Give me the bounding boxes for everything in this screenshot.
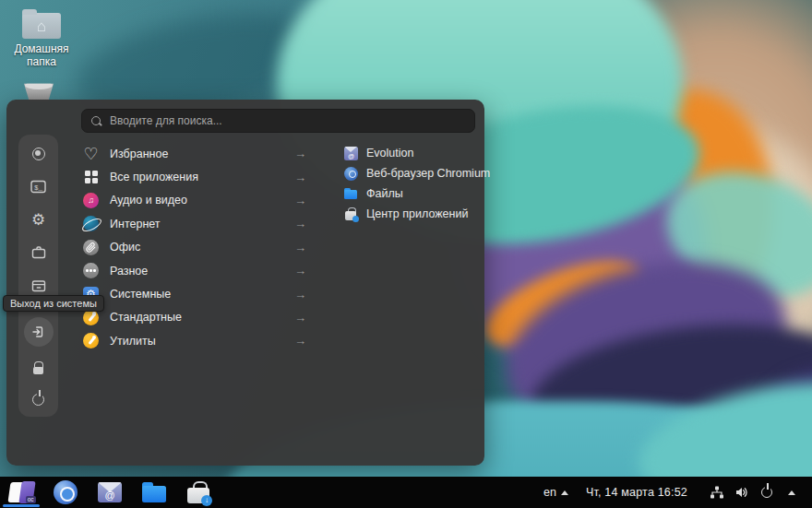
speaker-icon — [734, 485, 749, 500]
download-badge: ↓ — [201, 495, 212, 506]
power-icon — [761, 487, 772, 498]
app-files[interactable]: Файлы — [344, 183, 483, 204]
power-tray-item[interactable] — [758, 484, 775, 501]
category-system[interactable]: ⚙ Системные → — [83, 282, 306, 305]
search-icon — [90, 115, 102, 127]
category-label: Все приложения — [110, 171, 283, 183]
chevron-right-icon: → — [294, 217, 306, 230]
category-label: Офис — [110, 241, 283, 254]
taskbar-apps: ос ↓ — [0, 477, 224, 508]
archive-box-icon — [31, 279, 46, 292]
category-internet[interactable]: Интернет → — [83, 212, 306, 235]
logout-tooltip: Выход из системы — [3, 295, 104, 312]
taskbar-files-button[interactable] — [136, 477, 173, 508]
globe-icon — [83, 216, 99, 231]
app-center-icon — [344, 207, 358, 221]
chevron-right-icon: → — [294, 241, 306, 254]
layout-code: en — [543, 486, 556, 499]
volume-tray-item[interactable] — [734, 484, 750, 501]
lock-icon — [33, 367, 43, 374]
logout-icon — [30, 325, 46, 339]
sidebar-item-power[interactable] — [24, 384, 54, 413]
clock[interactable]: Чт, 14 марта 16:52 — [586, 486, 687, 499]
taskbar-chromium-button[interactable] — [47, 477, 84, 508]
app-evolution[interactable]: Evolution — [344, 143, 483, 163]
app-label: Веб-браузер Chromium — [366, 167, 490, 180]
app-chromium[interactable]: Веб-браузер Chromium — [344, 163, 483, 183]
network-tray-item[interactable] — [709, 484, 725, 501]
app-label: Evolution — [366, 147, 413, 159]
category-label: Стандартные — [110, 311, 283, 324]
sidebar-item-settings[interactable]: ⚙ — [24, 205, 54, 234]
desktop-icon-home-folder[interactable]: ⌂ Домашняя папка — [1, 7, 82, 68]
category-all-apps[interactable]: Все приложения → — [83, 165, 306, 188]
keyboard-layout-indicator[interactable]: en — [543, 486, 568, 499]
chromium-icon — [344, 167, 358, 181]
chevron-right-icon: → — [294, 147, 306, 160]
category-label: Системные — [110, 288, 283, 301]
os-logo-badge: ос — [26, 496, 36, 503]
chromium-symbolic-icon — [32, 148, 45, 160]
svg-text:$_: $_ — [34, 183, 43, 191]
category-misc[interactable]: Разное → — [83, 259, 306, 282]
envelope-icon — [98, 482, 122, 502]
app-label: Центр приложений — [366, 207, 468, 220]
category-accessories[interactable]: Стандартные → — [83, 306, 306, 329]
house-icon: ⌂ — [37, 18, 46, 34]
music-icon: ♫ — [83, 193, 99, 208]
taskbar-os-menu-button[interactable]: ос — [3, 477, 40, 508]
grid-icon — [83, 170, 99, 185]
sidebar-item-terminal[interactable]: $_ — [24, 171, 54, 201]
chevron-right-icon: → — [294, 194, 306, 207]
dots-icon — [83, 263, 99, 278]
folder-icon — [142, 482, 166, 502]
chevron-right-icon: → — [294, 334, 306, 348]
category-list: ♡ Избранное → Все приложения → ♫ Аудио и… — [83, 142, 306, 353]
sidebar-item-lock[interactable] — [24, 352, 54, 382]
app-menu-panel: Вводите для поиска... $_ ⚙ — [6, 100, 484, 466]
sidebar-item-chromium[interactable] — [24, 139, 54, 169]
category-label: Аудио и видео — [110, 194, 283, 207]
chromium-icon — [54, 480, 78, 504]
tray-expand-button[interactable] — [783, 484, 800, 501]
taskbar-app-center-button[interactable]: ↓ — [180, 477, 217, 508]
sidebar-item-logout[interactable] — [24, 317, 54, 347]
category-label: Утилиты — [110, 335, 283, 348]
chevron-right-icon: → — [294, 171, 306, 184]
chevron-up-icon — [788, 490, 795, 495]
search-placeholder: Вводите для поиска... — [110, 114, 222, 127]
folder-icon — [344, 187, 358, 201]
search-input[interactable]: Вводите для поиска... — [81, 109, 475, 133]
sidebar-item-briefcase[interactable] — [24, 237, 54, 266]
category-utilities[interactable]: Утилиты → — [83, 329, 306, 352]
app-label: Файлы — [366, 187, 403, 200]
os-logo-icon: ос — [9, 481, 34, 504]
heart-icon: ♡ — [83, 146, 99, 161]
chevron-right-icon: → — [294, 288, 306, 301]
app-center[interactable]: Центр приложений — [344, 204, 483, 224]
category-favorites[interactable]: ♡ Избранное → — [83, 142, 306, 165]
tool-icon — [83, 333, 99, 349]
desktop: ⌂ Домашняя папка Вводите для поиска... $… — [0, 0, 812, 508]
chevron-right-icon: → — [294, 311, 306, 325]
category-label: Интернет — [110, 218, 283, 230]
network-icon — [710, 485, 724, 500]
briefcase-icon — [31, 245, 46, 259]
chevron-right-icon: → — [294, 264, 306, 278]
download-badge — [352, 216, 359, 222]
category-office[interactable]: Офис → — [83, 236, 306, 259]
terminal-icon: $_ — [30, 180, 46, 194]
home-folder-label: Домашняя папка — [1, 42, 82, 68]
home-folder-icon: ⌂ — [22, 13, 61, 39]
chevron-up-icon — [561, 490, 568, 495]
taskbar: ос ↓ en Чт, 14 марта 16:5 — [0, 477, 812, 508]
gear-icon: ⚙ — [31, 212, 45, 228]
app-list: Evolution Веб-браузер Chromium Файлы Цен… — [344, 143, 483, 224]
tool-icon — [83, 310, 99, 325]
envelope-icon — [344, 147, 358, 160]
taskbar-evolution-button[interactable] — [91, 477, 128, 508]
category-audio-video[interactable]: ♫ Аудио и видео → — [83, 189, 306, 212]
app-center-icon: ↓ — [186, 481, 210, 504]
category-label: Разное — [110, 265, 283, 278]
category-label: Избранное — [110, 148, 283, 160]
